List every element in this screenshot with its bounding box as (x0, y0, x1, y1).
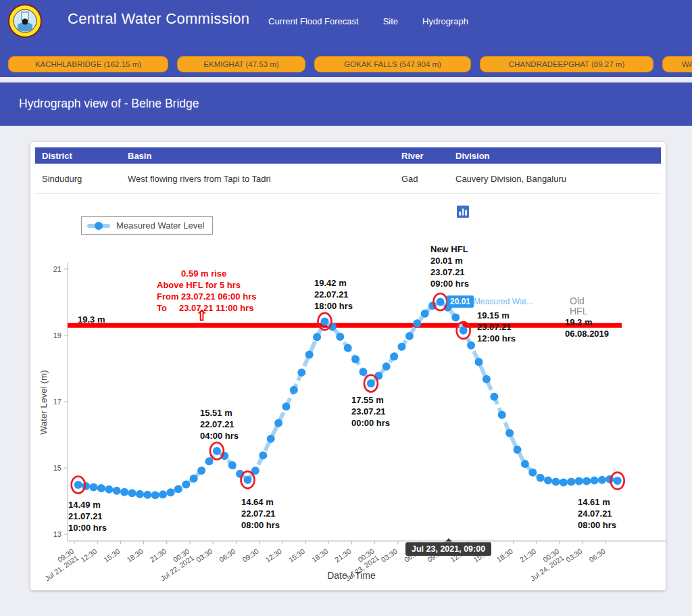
x-axis-title: Date / Time (327, 570, 376, 581)
station-buttons-bar: KACHHLABRIDGE (162.15 m) EKMIGHAT (47.53… (0, 42, 692, 77)
svg-text:12:30: 12:30 (79, 547, 99, 564)
svg-text:21: 21 (53, 265, 61, 273)
measured-water-level-markers[interactable] (74, 298, 622, 500)
plotly-modebar (457, 206, 672, 218)
app-header: Central Water Commission Current Flood F… (0, 0, 692, 42)
svg-text:21:30: 21:30 (333, 547, 353, 564)
svg-text:18:30: 18:30 (310, 547, 330, 564)
station-button-clipped[interactable]: WA (662, 56, 692, 72)
svg-text:15: 15 (53, 464, 61, 472)
col-header-division: Division (449, 151, 661, 161)
autoscale-icon[interactable] (575, 206, 587, 218)
svg-text:12:30: 12:30 (264, 547, 284, 564)
col-header-basin: Basin (121, 151, 395, 161)
svg-text:21:30: 21:30 (518, 547, 538, 564)
station-button-ekmighat[interactable]: EKMIGHAT (47.53 m) (177, 56, 305, 72)
legend-marker-icon (87, 224, 110, 228)
y-axis-title: Water Level (m) (39, 370, 49, 435)
cell-district: Sindudurg (35, 174, 121, 184)
cell-basin: West flowing rivers from Tapi to Tadri (121, 174, 395, 184)
nav-hydrograph[interactable]: Hydrograph (422, 16, 468, 26)
svg-text:03:30: 03:30 (564, 547, 584, 564)
hover-tooltip-trace-label: Measured Wat... (474, 297, 533, 306)
page-title: Hydrograph view of - Belne Bridge (19, 97, 199, 111)
svg-text:06:30: 06:30 (218, 547, 237, 564)
svg-text:18:30: 18:30 (125, 547, 145, 564)
col-header-district: District (35, 151, 121, 161)
station-info-table: District Basin River Division Sindudurg … (35, 147, 661, 194)
table-row: Sindudurg West flowing rivers from Tapi … (35, 164, 661, 194)
zoom-in-icon[interactable] (541, 206, 553, 218)
hydrograph-chart[interactable]: 131517192109:30Jul 21, 202112:3015:3018:… (30, 203, 666, 590)
zoom-out-icon[interactable] (558, 206, 570, 218)
hover-tooltip: 20.01 (447, 295, 474, 308)
pan-icon[interactable] (491, 206, 503, 218)
divider (0, 77, 692, 82)
measured-water-level-line (78, 302, 618, 496)
station-button-chandradeepghat[interactable]: CHANDRADEEPGHAT (89.27 m) (480, 56, 653, 72)
plotly-logo-icon[interactable] (660, 206, 672, 218)
cell-river: Gad (395, 174, 449, 184)
svg-text:19: 19 (53, 331, 61, 339)
station-button-kachhlabridge[interactable]: KACHHLABRIDGE (162.15 m) (8, 56, 168, 72)
svg-text:03:30: 03:30 (195, 547, 214, 564)
svg-text:21:30: 21:30 (149, 547, 168, 564)
x-axis-tooltip: Jul 23, 2021, 09:00 (405, 542, 491, 556)
lasso-icon[interactable] (524, 206, 537, 218)
nav-current-flood-forecast[interactable]: Current Flood Forecast (268, 16, 359, 26)
hover-closest-icon[interactable] (626, 206, 638, 218)
col-header-river: River (395, 151, 449, 161)
reset-axes-icon[interactable] (592, 206, 604, 218)
svg-text:18:30: 18:30 (495, 547, 515, 564)
svg-text:03:30: 03:30 (380, 547, 399, 564)
legend[interactable]: Measured Water Level (81, 216, 213, 235)
svg-text:15:30: 15:30 (102, 547, 122, 564)
cell-division: Cauvery Division, Bangaluru (449, 174, 661, 184)
nav-site[interactable]: Site (383, 16, 398, 26)
svg-text:17: 17 (53, 398, 61, 406)
x-axis-tooltip-text: Jul 23, 2021, 09:00 (412, 544, 485, 554)
svg-text:06:30: 06:30 (587, 547, 607, 564)
chart-plot-area[interactable]: 131517192109:30Jul 21, 202112:3015:3018:… (30, 203, 666, 590)
zoom-icon[interactable] (474, 206, 486, 218)
toggle-spikelines-icon[interactable] (609, 206, 621, 218)
svg-text:15:30: 15:30 (287, 547, 307, 564)
main-nav: Current Flood Forecast Site Hydrograph (268, 16, 468, 26)
hydrograph-banner: Hydrograph view of - Belne Bridge (0, 82, 692, 126)
table-header-row: District Basin River Division (35, 147, 661, 164)
app-title: Central Water Commission (68, 10, 249, 28)
box-select-icon[interactable] (508, 206, 520, 218)
content-card: District Basin River Division Sindudurg … (30, 142, 666, 590)
legend-label: Measured Water Level (116, 220, 204, 231)
page: Central Water Commission Current Flood F… (0, 0, 692, 616)
hover-compare-icon[interactable] (643, 206, 655, 218)
cwc-logo-icon (8, 4, 42, 38)
svg-text:13: 13 (53, 530, 61, 538)
hover-tooltip-value: 20.01 (450, 297, 470, 306)
svg-text:09:30: 09:30 (241, 547, 260, 564)
svg-text:09:30Jul 21, 2021: 09:30Jul 21, 2021 (39, 547, 80, 583)
station-button-gokak-falls[interactable]: GOKAK FALLS (547.904 m) (314, 56, 471, 72)
